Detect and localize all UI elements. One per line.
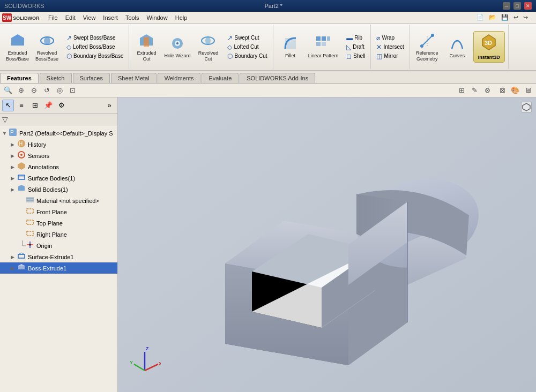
menu-tools[interactable]: Tools [122, 13, 143, 22]
panel-tool-settings[interactable]: ⚙ [56, 100, 68, 111]
boundary-cut-button[interactable]: ⬡ Boundary Cut [225, 52, 269, 61]
tree-item-surface-bodies[interactable]: ▶ Surface Bodies(1) [0, 172, 117, 184]
fit-view-button[interactable]: ◎ [54, 85, 65, 96]
tab-evaluate[interactable]: Evaluate [202, 73, 239, 83]
rib-button[interactable]: ▬ Rib [344, 34, 367, 42]
swept-boss-button[interactable]: ↗ Swept Boss/Base [64, 34, 125, 42]
quick-icon-redo[interactable]: ↪ [523, 14, 528, 20]
display-style-button[interactable]: ✎ [468, 85, 480, 96]
tab-addins[interactable]: SOLIDWORKS Add-Ins [240, 73, 315, 83]
tree-item-material[interactable]: ▶ Material <not specified> [0, 195, 117, 206]
panel-tool-grid[interactable]: ⊞ [29, 100, 41, 111]
revolved-cut-button[interactable]: RevolvedCut [194, 30, 222, 64]
curves-button[interactable]: Curves [443, 33, 471, 61]
menu-help[interactable]: Help [172, 13, 191, 22]
search-tool-button[interactable]: 🔍 [2, 85, 14, 96]
svg-marker-52 [18, 264, 25, 266]
tree-icon-annotations [17, 162, 27, 172]
tree-item-origin[interactable]: Origin [0, 240, 117, 251]
svg-marker-37 [18, 185, 25, 186]
panel-tool-select[interactable]: ↖ [2, 100, 14, 111]
lofted-boss-button[interactable]: ◇ Lofted Boss/Base [64, 43, 125, 51]
draft-button[interactable]: ◺ Draft [344, 43, 367, 51]
tree-item-annotations[interactable]: ▶ Annotations [0, 161, 117, 172]
extruded-boss-button[interactable]: ExtrudedBoss/Base [3, 30, 32, 64]
svg-rect-18 [327, 36, 330, 41]
tab-sketch[interactable]: Sketch [40, 73, 72, 83]
tree-expand-solid-bodies[interactable]: ▶ [11, 187, 17, 192]
tree-icon-solid-bodies [17, 184, 27, 194]
reference-geometry-button[interactable]: ReferenceGeometry [413, 30, 441, 64]
feature-tree: ▼ P Part2 (Default<<Default>_Display S ▶… [0, 125, 117, 392]
instant3d-button[interactable]: 3D Instant3D [473, 31, 505, 63]
tree-expand-boss-extrude1[interactable]: ▶ [11, 266, 17, 271]
tab-surfaces[interactable]: Surfaces [73, 73, 110, 83]
tree-item-boss-extrude1[interactable]: ▶ Boss-Extrude1 [0, 262, 117, 274]
quick-icon-open[interactable]: 📂 [489, 14, 496, 20]
tree-item-sensors[interactable]: ▶ Sensors [0, 150, 117, 161]
svg-line-55 [145, 364, 158, 371]
tree-item-history[interactable]: ▶ H History [0, 139, 117, 150]
lofted-cut-button[interactable]: ◇ Lofted Cut [225, 43, 269, 51]
fillet-button[interactable]: Fillet [277, 33, 304, 61]
linear-pattern-button[interactable]: Linear Pattern [306, 33, 341, 61]
tree-expand-sensors[interactable]: ▶ [11, 153, 17, 159]
quick-icon-undo[interactable]: ↩ [513, 14, 518, 20]
close-button[interactable]: ✕ [524, 2, 532, 10]
view-cube-button[interactable] [521, 102, 532, 112]
tab-weldments[interactable]: Weldments [158, 73, 201, 83]
tree-expand-root[interactable]: ▼ [2, 131, 9, 136]
background-color-button[interactable]: 🎨 [509, 85, 521, 96]
menu-edit[interactable]: Edit [62, 13, 79, 22]
tree-expand-surface-bodies[interactable]: ▶ [11, 176, 17, 181]
hole-wizard-button[interactable]: Hole Wizard [161, 33, 193, 61]
tree-item-top-plane[interactable]: ▶ Top Plane [0, 217, 117, 229]
viewport[interactable]: Z X Y [118, 97, 536, 392]
lofted-boss-label: Lofted Boss/Base [73, 44, 115, 50]
tree-icon-origin [26, 240, 35, 251]
tree-label-surface-bodies: Surface Bodies(1) [28, 175, 75, 182]
maximize-button[interactable]: □ [513, 2, 521, 10]
tree-icon-front-plane [26, 207, 35, 217]
section-view-button[interactable]: ⊗ [481, 85, 493, 96]
extruded-cut-button[interactable]: ExtrudedCut [132, 30, 160, 64]
tree-item-front-plane[interactable]: ▶ Front Plane [0, 206, 117, 217]
menu-view[interactable]: View [80, 13, 99, 22]
tree-expand-surface-extrude1[interactable]: ▶ [11, 254, 17, 260]
viewport-layout-button[interactable]: ⊠ [496, 85, 508, 96]
tree-expand-annotations[interactable]: ▶ [11, 164, 17, 170]
3d-view-button[interactable]: 🖥 [522, 85, 534, 96]
zoom-in-button[interactable]: ⊕ [15, 85, 27, 96]
zoom-out-button[interactable]: ⊖ [28, 85, 40, 96]
boundary-boss-button[interactable]: ⬡ Boundary Boss/Base [64, 52, 125, 61]
tree-icon-boss-extrude1 [17, 263, 27, 273]
quick-icon-new[interactable]: 📄 [477, 14, 484, 20]
intersect-button[interactable]: ✕ Intersect [374, 43, 406, 51]
tab-features[interactable]: Features [0, 73, 39, 83]
view-orient-button[interactable]: ⊡ [66, 85, 78, 96]
tab-sheet-metal[interactable]: Sheet Metal [111, 73, 157, 83]
shell-button[interactable]: ◻ Shell [344, 52, 367, 61]
quick-icon-save[interactable]: 💾 [501, 14, 509, 20]
wrap-button[interactable]: ⌀ Wrap [374, 34, 406, 42]
tree-root[interactable]: ▼ P Part2 (Default<<Default>_Display S [0, 127, 117, 139]
minimize-button[interactable]: ─ [503, 2, 510, 10]
panel-tool-list[interactable]: ≡ [16, 100, 27, 111]
tree-item-solid-bodies[interactable]: ▶ Solid Bodies(1) [0, 184, 117, 195]
menu-window[interactable]: Window [144, 13, 171, 22]
panel-collapse-button[interactable]: » [103, 100, 115, 111]
swept-cut-button[interactable]: ↗ Swept Cut [225, 34, 269, 42]
window-controls[interactable]: ─ □ ✕ [503, 2, 532, 10]
tree-item-surface-extrude1[interactable]: ▶ Surface-Extrude1 [0, 251, 117, 262]
rotate-button[interactable]: ↺ [41, 85, 53, 96]
revolved-boss-button[interactable]: RevolvedBoss/Base [33, 30, 61, 64]
mirror-icon: ◫ [376, 52, 382, 60]
secondary-toolbar: 🔍 ⊕ ⊖ ↺ ◎ ⊡ ⊞ ✎ ⊗ ⊠ 🎨 🖥 [0, 84, 536, 97]
mirror-button[interactable]: ◫ Mirror [374, 52, 406, 61]
menu-insert[interactable]: Insert [100, 13, 121, 22]
tree-item-right-plane[interactable]: ▶ Right Plane [0, 229, 117, 240]
panel-tool-pin[interactable]: 📌 [42, 100, 54, 111]
tree-expand-history[interactable]: ▶ [11, 142, 17, 147]
menu-file[interactable]: File [45, 13, 61, 22]
view-settings-button[interactable]: ⊞ [456, 85, 467, 96]
